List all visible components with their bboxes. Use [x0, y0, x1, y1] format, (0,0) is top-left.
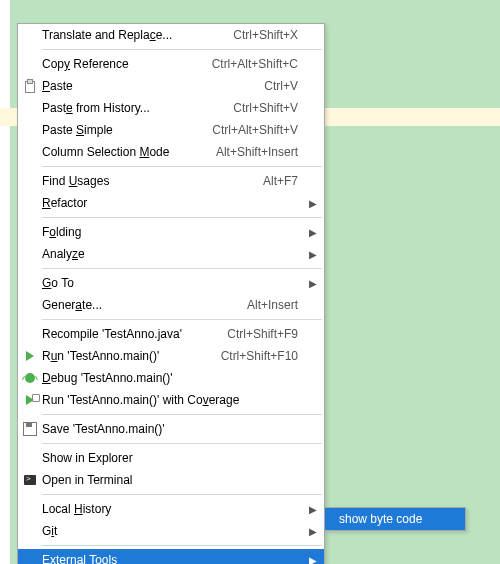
chevron-right-icon: ▶	[306, 198, 324, 209]
menu-item-find-usages[interactable]: Find UsagesAlt+F7	[18, 170, 324, 192]
menu-separator	[42, 414, 322, 415]
menu-item-paste-from-history[interactable]: Paste from History...Ctrl+Shift+V	[18, 97, 324, 119]
submenu-item-label: show byte code	[325, 512, 465, 526]
menu-item-debug-testanno-main[interactable]: Debug 'TestAnno.main()'	[18, 367, 324, 389]
menu-item-label: Open in Terminal	[42, 473, 306, 487]
menu-item-shortcut: Ctrl+Shift+X	[233, 28, 306, 42]
menu-item-label: Run 'TestAnno.main()' with Coverage	[42, 393, 306, 407]
menu-item-column-selection-mode[interactable]: Column Selection ModeAlt+Shift+Insert	[18, 141, 324, 163]
chevron-right-icon: ▶	[306, 249, 324, 260]
menu-item-label: Analyze	[42, 247, 306, 261]
context-menu: Translate and Replace...Ctrl+Shift+XCopy…	[17, 23, 325, 564]
coverage-icon	[26, 395, 34, 405]
menu-separator	[42, 268, 322, 269]
menu-item-show-in-explorer[interactable]: Show in Explorer	[18, 447, 324, 469]
menu-icon-col	[18, 79, 42, 93]
menu-item-shortcut: Ctrl+V	[264, 79, 306, 93]
menu-item-shortcut: Ctrl+Shift+V	[233, 101, 306, 115]
menu-separator	[42, 217, 322, 218]
menu-separator	[42, 319, 322, 320]
chevron-right-icon: ▶	[306, 555, 324, 565]
menu-item-generate[interactable]: Generate...Alt+Insert	[18, 294, 324, 316]
menu-item-label: Run 'TestAnno.main()'	[42, 349, 221, 363]
menu-item-git[interactable]: Git▶	[18, 520, 324, 542]
chevron-right-icon: ▶	[306, 227, 324, 238]
menu-item-shortcut: Alt+F7	[263, 174, 306, 188]
menu-item-label: Translate and Replace...	[42, 28, 233, 42]
menu-icon-col	[18, 422, 42, 436]
menu-item-label: Local History	[42, 502, 306, 516]
menu-item-shortcut: Ctrl+Shift+F10	[221, 349, 306, 363]
menu-item-external-tools[interactable]: External Tools▶	[18, 549, 324, 564]
menu-separator	[42, 49, 322, 50]
menu-item-paste-simple[interactable]: Paste SimpleCtrl+Alt+Shift+V	[18, 119, 324, 141]
menu-item-run-testanno-main-with-coverage[interactable]: Run 'TestAnno.main()' with Coverage	[18, 389, 324, 411]
chevron-right-icon: ▶	[306, 278, 324, 289]
menu-item-copy-reference[interactable]: Copy ReferenceCtrl+Alt+Shift+C	[18, 53, 324, 75]
chevron-right-icon: ▶	[306, 526, 324, 537]
menu-item-label: Paste from History...	[42, 101, 233, 115]
menu-item-label: Recompile 'TestAnno.java'	[42, 327, 227, 341]
external-tools-submenu: show byte code	[324, 507, 466, 531]
menu-item-label: Go To	[42, 276, 306, 290]
editor-gutter	[0, 0, 10, 564]
menu-item-label: Git	[42, 524, 306, 538]
menu-item-open-in-terminal[interactable]: Open in Terminal	[18, 469, 324, 491]
play-icon	[26, 351, 34, 361]
save-icon	[23, 422, 37, 436]
menu-item-local-history[interactable]: Local History▶	[18, 498, 324, 520]
menu-item-folding[interactable]: Folding▶	[18, 221, 324, 243]
menu-icon-col	[18, 373, 42, 383]
menu-item-save-testanno-main[interactable]: Save 'TestAnno.main()'	[18, 418, 324, 440]
menu-item-analyze[interactable]: Analyze▶	[18, 243, 324, 265]
terminal-icon	[24, 475, 36, 485]
menu-item-label: Generate...	[42, 298, 247, 312]
menu-icon-col	[18, 475, 42, 485]
menu-item-label: Debug 'TestAnno.main()'	[42, 371, 306, 385]
menu-item-label: Paste	[42, 79, 264, 93]
menu-item-label: Copy Reference	[42, 57, 212, 71]
menu-item-shortcut: Ctrl+Alt+Shift+V	[212, 123, 306, 137]
menu-item-label: Save 'TestAnno.main()'	[42, 422, 306, 436]
menu-item-paste[interactable]: PasteCtrl+V	[18, 75, 324, 97]
menu-separator	[42, 166, 322, 167]
menu-item-refactor[interactable]: Refactor▶	[18, 192, 324, 214]
paste-icon	[23, 79, 37, 93]
menu-icon-col	[18, 351, 42, 361]
menu-item-label: Folding	[42, 225, 306, 239]
menu-item-shortcut: Alt+Insert	[247, 298, 306, 312]
menu-item-label: Refactor	[42, 196, 306, 210]
menu-item-shortcut: Ctrl+Alt+Shift+C	[212, 57, 306, 71]
menu-item-recompile-testanno-java[interactable]: Recompile 'TestAnno.java'Ctrl+Shift+F9	[18, 323, 324, 345]
chevron-right-icon: ▶	[306, 504, 324, 515]
menu-item-run-testanno-main[interactable]: Run 'TestAnno.main()'Ctrl+Shift+F10	[18, 345, 324, 367]
bug-icon	[25, 373, 35, 383]
menu-separator	[42, 545, 322, 546]
menu-item-shortcut: Alt+Shift+Insert	[216, 145, 306, 159]
menu-icon-col	[18, 395, 42, 405]
menu-item-translate-and-replace[interactable]: Translate and Replace...Ctrl+Shift+X	[18, 24, 324, 46]
menu-separator	[42, 494, 322, 495]
menu-item-shortcut: Ctrl+Shift+F9	[227, 327, 306, 341]
menu-item-label: Show in Explorer	[42, 451, 306, 465]
menu-item-go-to[interactable]: Go To▶	[18, 272, 324, 294]
menu-item-label: Column Selection Mode	[42, 145, 216, 159]
menu-separator	[42, 443, 322, 444]
menu-item-label: External Tools	[42, 553, 306, 564]
submenu-item-show-byte-code[interactable]: show byte code	[325, 508, 465, 530]
menu-item-label: Find Usages	[42, 174, 263, 188]
menu-item-label: Paste Simple	[42, 123, 212, 137]
